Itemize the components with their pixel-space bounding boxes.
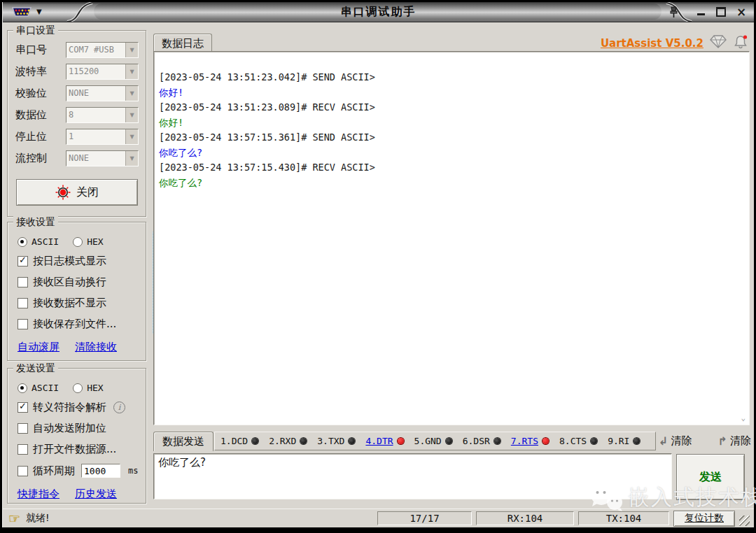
- pin-dsr: 6.DSR: [463, 436, 500, 446]
- pin-dcd: 1.DCD: [220, 436, 258, 446]
- status-rx-count: RX:104: [476, 511, 574, 525]
- log-line: 你好!: [159, 115, 749, 131]
- pushpin-icon: [666, 5, 681, 19]
- cycle-unit-label: ms: [128, 466, 138, 476]
- recv-ascii-label: ASCII: [31, 236, 59, 247]
- save-to-file-checkbox[interactable]: [18, 319, 28, 329]
- close-window-button[interactable]: ×: [736, 6, 747, 17]
- recv-ascii-radio[interactable]: [18, 237, 27, 247]
- chevron-down-icon[interactable]: ▼: [125, 129, 138, 144]
- pin-rts-indicator-icon: [542, 438, 549, 444]
- send-data-input[interactable]: 你吃了么?: [153, 453, 672, 499]
- uartassist-version-link[interactable]: UartAssist V5.0.2: [601, 37, 704, 50]
- pin-gnd: 5.GND: [414, 436, 452, 446]
- reset-count-button[interactable]: 复位计数: [673, 511, 735, 527]
- file-source-checkbox[interactable]: [18, 444, 28, 455]
- window-title: 串口调试助手: [3, 5, 754, 20]
- maximize-button[interactable]: [715, 6, 727, 17]
- chevron-down-icon[interactable]: ▼: [125, 64, 138, 79]
- send-ascii-radio[interactable]: [18, 383, 27, 393]
- chevron-down-icon[interactable]: ▼: [125, 151, 138, 166]
- log-mode-checkbox[interactable]: [18, 256, 28, 266]
- hide-recv-checkbox[interactable]: [18, 298, 28, 308]
- quick-commands-link[interactable]: 快捷指令: [18, 488, 59, 501]
- status-bar: ☞ 就绪! 17/17 RX:104 TX:104 复位计数: [3, 509, 754, 527]
- pin-dtr-indicator-icon: [398, 438, 404, 444]
- pin-rxd-indicator-icon: [300, 438, 307, 444]
- hide-recv-label: 接收数据不显示: [33, 297, 106, 310]
- clear-receive-button[interactable]: ↲ 清除: [659, 434, 692, 448]
- auto-wrap-checkbox[interactable]: [18, 277, 28, 287]
- serial-settings-group: 串口设置 串口号 COM7 #USB ▼ 波特率 115200 ▼ 校验位 NO…: [7, 30, 146, 217]
- tab-data-log[interactable]: 数据日志: [153, 34, 212, 52]
- clear-send-label: 清除: [730, 434, 751, 448]
- close-port-label: 关闭: [76, 185, 99, 200]
- recv-hex-radio[interactable]: [73, 237, 83, 247]
- clear-send-button[interactable]: ↱ 清除: [718, 434, 751, 448]
- info-icon[interactable]: i: [113, 401, 125, 413]
- pin-dsr-indicator-icon: [494, 438, 500, 444]
- arrow-up-icon: ↱: [718, 434, 727, 448]
- close-port-button[interactable]: 关闭: [16, 179, 138, 206]
- stopbits-select[interactable]: 1 ▼: [66, 129, 139, 145]
- baudrate-label: 波特率: [15, 65, 66, 78]
- cycle-send-label: 循环周期: [33, 464, 75, 478]
- recv-hex-label: HEX: [87, 236, 103, 247]
- reset-count-label: 复位计数: [685, 512, 724, 525]
- stopbits-label: 停止位: [15, 130, 66, 143]
- pin-ri: 9.RI: [608, 436, 640, 446]
- status-ready-text: 就绪!: [26, 512, 50, 525]
- history-send-link[interactable]: 历史发送: [75, 488, 117, 501]
- pin-cts-indicator-icon: [591, 438, 597, 444]
- pointing-hand-icon: ☞: [8, 512, 20, 525]
- notification-bell-icon[interactable]: [733, 34, 748, 52]
- close-icon: ×: [736, 6, 746, 17]
- clear-receive-link[interactable]: 清除接收: [75, 341, 117, 354]
- pin-ri-indicator-icon: [634, 438, 640, 444]
- pin-rxd: 2.RXD: [269, 436, 307, 446]
- send-ascii-label: ASCII: [31, 383, 59, 393]
- title-bar: ▼ 串口调试助手 ×: [3, 2, 754, 22]
- port-select[interactable]: COM7 #USB ▼: [66, 42, 139, 58]
- receive-settings-group: 接收设置 ASCII HEX 按日志模式显示 接收区自动换行 接收数据不显示 接…: [7, 222, 146, 361]
- send-button[interactable]: 发送: [676, 454, 745, 500]
- pin-gnd-indicator-icon: [446, 438, 452, 444]
- escape-parse-checkbox[interactable]: [18, 402, 28, 413]
- flowcontrol-label: 流控制: [15, 152, 66, 165]
- parity-select[interactable]: NONE ▼: [66, 85, 139, 101]
- databits-label: 数据位: [15, 108, 66, 122]
- auto-append-checkbox[interactable]: [18, 423, 28, 434]
- parity-label: 校验位: [15, 87, 66, 100]
- port-open-indicator-icon: [55, 185, 71, 200]
- minimize-button[interactable]: [695, 6, 706, 17]
- maximize-icon: [716, 7, 726, 17]
- auto-scroll-link[interactable]: 自动滚屏: [18, 341, 59, 354]
- status-counter: 17/17: [377, 511, 472, 525]
- auto-append-label: 自动发送附加位: [33, 422, 106, 435]
- gem-icon[interactable]: [710, 34, 727, 52]
- pin-dtr[interactable]: 4.DTR: [365, 436, 403, 446]
- chevron-down-icon[interactable]: ▼: [125, 108, 138, 122]
- pin-window-button[interactable]: [666, 5, 681, 19]
- databits-select[interactable]: 8 ▼: [66, 107, 139, 123]
- chevron-down-icon[interactable]: ▼: [125, 86, 138, 101]
- pin-cts: 8.CTS: [559, 436, 597, 446]
- baudrate-select[interactable]: 115200 ▼: [66, 64, 139, 80]
- scroll-down-arrow-icon[interactable]: ⌄: [741, 413, 746, 422]
- send-button-label: 发送: [699, 470, 722, 485]
- log-line: 你吃了么?: [159, 176, 749, 191]
- tab-data-log-label: 数据日志: [162, 37, 204, 50]
- pin-rts[interactable]: 7.RTS: [511, 436, 549, 446]
- port-label: 串口号: [15, 43, 66, 57]
- chevron-down-icon[interactable]: ▼: [125, 43, 138, 57]
- tab-data-send[interactable]: 数据发送: [153, 432, 214, 451]
- flowcontrol-select[interactable]: NONE ▼: [66, 150, 139, 166]
- data-log-view[interactable]: [2023-05-24 13:51:23.042]# SEND ASCII> 你…: [153, 51, 750, 425]
- cycle-period-input[interactable]: [81, 464, 120, 478]
- pin-dcd-indicator-icon: [252, 438, 258, 444]
- send-hex-radio[interactable]: [73, 383, 83, 393]
- log-line: [2023-05-24 13:51:23.042]# SEND ASCII>: [159, 70, 749, 85]
- cycle-send-checkbox[interactable]: [18, 466, 28, 476]
- resize-grip[interactable]: [739, 516, 750, 526]
- auto-wrap-label: 接收区自动换行: [33, 276, 106, 289]
